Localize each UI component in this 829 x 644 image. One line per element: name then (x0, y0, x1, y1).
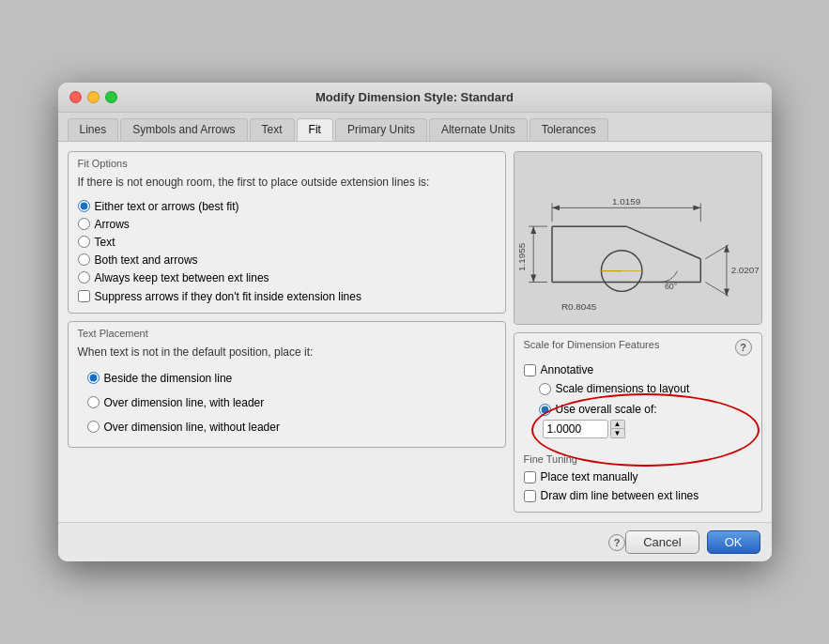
fit-option-text-label: Text (95, 236, 115, 249)
fit-option-text[interactable]: Text (78, 236, 496, 249)
left-panel: Fit Options If there is not enough room,… (68, 151, 506, 513)
tp-beside[interactable]: Beside the dimension line (87, 372, 486, 385)
scale-help-button[interactable]: ? (735, 339, 752, 356)
text-placement-description: When text is not in the default position… (78, 345, 496, 360)
tab-primary-units[interactable]: Primary Units (335, 118, 427, 141)
tp-over-leader[interactable]: Over dimension line, with leader (87, 396, 486, 409)
text-placement-options: Beside the dimension line Over dimension… (78, 368, 496, 437)
maximize-button[interactable] (105, 91, 117, 103)
window-title: Modify Dimension Style: Standard (315, 90, 514, 104)
svg-text:60°: 60° (664, 282, 677, 291)
minimize-button[interactable] (87, 91, 100, 103)
tab-bar: Lines Symbols and Arrows Text Fit Primar… (58, 113, 772, 142)
text-placement-title: Text Placement (78, 328, 496, 339)
scale-group: Scale for Dimension Features ? Annotativ… (514, 332, 762, 513)
tab-lines[interactable]: Lines (68, 118, 119, 141)
fit-option-arrows[interactable]: Arrows (78, 218, 496, 231)
svg-text:R0.8045: R0.8045 (560, 301, 596, 312)
main-content: Fit Options If there is not enough room,… (58, 142, 772, 522)
text-placement-group: Text Placement When text is not in the d… (68, 321, 506, 448)
right-panel: 1.0159 1.1955 2.02 (514, 151, 762, 513)
scale-input-wrapper: ▲ ▼ (543, 420, 752, 438)
tab-fit[interactable]: Fit (297, 118, 333, 141)
tp-beside-label: Beside the dimension line (104, 372, 233, 385)
cad-preview: 1.0159 1.1955 2.02 (514, 151, 762, 325)
fine-tuning-title: Fine Tuning (524, 453, 752, 465)
svg-text:1.0159: 1.0159 (612, 196, 641, 207)
fit-option-both-label: Both text and arrows (95, 253, 198, 267)
svg-text:1.1955: 1.1955 (516, 242, 527, 271)
tab-symbols-arrows[interactable]: Symbols and Arrows (120, 118, 247, 141)
fit-option-best-fit-label: Either text or arrows (best fit) (95, 200, 239, 213)
tab-text[interactable]: Text (250, 118, 295, 141)
draw-dim-line-label: Draw dim line between ext lines (541, 489, 699, 502)
bottom-bar: ? Cancel OK (58, 522, 772, 561)
tp-over-leader-label: Over dimension line, with leader (104, 396, 265, 409)
fit-description: If there is not enough room, the first t… (78, 175, 496, 191)
fit-option-arrows-label: Arrows (95, 218, 130, 231)
scale-value-input[interactable] (543, 420, 608, 438)
svg-text:2.0207: 2.0207 (730, 265, 759, 275)
preview-svg: 1.0159 1.1955 2.02 (514, 152, 761, 324)
action-buttons: Cancel OK (625, 530, 760, 554)
scale-to-layout[interactable]: Scale dimensions to layout (524, 382, 752, 395)
dialog-window: Modify Dimension Style: Standard Lines S… (58, 83, 772, 561)
fit-option-always[interactable]: Always keep text between ext lines (78, 271, 496, 284)
draw-dim-line-check[interactable]: Draw dim line between ext lines (524, 489, 752, 502)
fit-option-best-fit[interactable]: Either text or arrows (best fit) (78, 200, 496, 213)
fine-tuning-group: Fine Tuning Place text manually Draw dim… (524, 453, 752, 502)
use-overall-wrapper: Use overall scale of: ▲ ▼ (524, 401, 752, 440)
tab-alternate-units[interactable]: Alternate Units (429, 118, 528, 141)
ok-button[interactable]: OK (707, 530, 760, 554)
suppress-arrows-check[interactable]: Suppress arrows if they don't fit inside… (78, 290, 496, 303)
fit-option-always-label: Always keep text between ext lines (95, 271, 269, 284)
scale-spinner: ▲ ▼ (610, 420, 625, 438)
scale-down-button[interactable]: ▼ (610, 429, 625, 438)
scale-group-title: Scale for Dimension Features (524, 339, 660, 350)
traffic-lights (69, 91, 117, 103)
close-button[interactable] (69, 91, 82, 103)
annotative-label: Annotative (541, 363, 594, 376)
tp-over-no-leader-label: Over dimension line, without leader (104, 421, 280, 434)
dialog-help-button[interactable]: ? (608, 534, 625, 551)
cancel-button[interactable]: Cancel (625, 530, 699, 554)
scale-up-button[interactable]: ▲ (610, 420, 625, 429)
scale-to-layout-label: Scale dimensions to layout (556, 382, 690, 395)
fit-radio-group: Either text or arrows (best fit) Arrows … (78, 198, 496, 286)
place-text-manually-check[interactable]: Place text manually (524, 470, 752, 483)
scale-section: Annotative Scale dimensions to layout Us… (524, 356, 752, 444)
place-text-manually-label: Place text manually (541, 470, 638, 483)
use-overall-label: Use overall scale of: (556, 403, 657, 416)
tab-tolerances[interactable]: Tolerances (530, 118, 608, 141)
fit-options-title: Fit Options (78, 158, 496, 169)
fit-options-group: Fit Options If there is not enough room,… (68, 151, 506, 314)
annotative-check[interactable]: Annotative (524, 363, 752, 376)
main-area: Fit Options If there is not enough room,… (68, 151, 762, 513)
tp-over-no-leader[interactable]: Over dimension line, without leader (87, 421, 486, 434)
fit-option-both[interactable]: Both text and arrows (78, 253, 496, 267)
titlebar: Modify Dimension Style: Standard (58, 83, 772, 113)
scale-group-header: Scale for Dimension Features ? (524, 339, 752, 356)
suppress-arrows-label: Suppress arrows if they don't fit inside… (95, 290, 361, 303)
use-overall-radio[interactable]: Use overall scale of: (524, 403, 752, 416)
